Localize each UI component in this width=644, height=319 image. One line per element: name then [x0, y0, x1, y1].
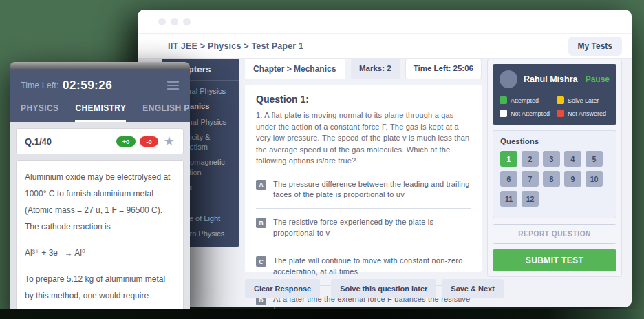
- question-number-11[interactable]: 11: [500, 191, 517, 207]
- mobile-question-card: Aluminium oxide may be electrolysed at 1…: [16, 160, 184, 319]
- window-control-dot[interactable]: [171, 18, 178, 25]
- question-number-12[interactable]: 12: [522, 191, 539, 207]
- question-topbar: Chapter > Mechanics Marks: 2 Time Left: …: [245, 59, 482, 79]
- questions-card: Questions 1 2 3 4 5 6 7 8 9 10 11 12: [493, 130, 616, 218]
- avatar: [500, 70, 517, 88]
- option-c-badge: C: [256, 256, 266, 267]
- legend-not-attempted: Not Attempted: [500, 110, 552, 117]
- browser-header: IIT JEE > Physics > Test Paper 1 My Test…: [138, 33, 632, 59]
- mobile-question-text: Aluminium oxide may be electrolysed at 1…: [25, 169, 175, 235]
- option-a[interactable]: A The pressure difference between the le…: [256, 175, 471, 209]
- window-control-dot[interactable]: [183, 18, 191, 25]
- window-control-dot[interactable]: [158, 18, 166, 25]
- mobile-time-left-label: Time Left:: [21, 81, 58, 90]
- option-a-badge: A: [256, 180, 266, 190]
- mobile-overlay-window: Time Left: 02:59:26 PHYSICS CHEMISTRY EN…: [10, 62, 190, 319]
- pause-button[interactable]: Pause: [586, 74, 610, 84]
- question-number-5[interactable]: 5: [586, 151, 603, 167]
- positive-marks-badge: +0: [116, 136, 136, 147]
- browser-titlebar: [138, 10, 632, 33]
- page-background: IIT JEE > Physics > Test Paper 1 My Test…: [0, 0, 644, 319]
- time-left-badge: Time Left: 25:06: [405, 59, 482, 79]
- mobile-question-text-2: To prepare 5.12 kg of aluminium metal by…: [25, 271, 175, 304]
- tablet-bezel: [10, 62, 190, 70]
- mobile-time-left-value: 02:59:26: [63, 79, 112, 92]
- mobile-question-header: Q.1/40 +0 -0 ★: [16, 128, 184, 154]
- equation-text: Al³⁺ + 3e⁻ → Al⁰: [25, 245, 175, 261]
- menu-icon[interactable]: [167, 79, 179, 92]
- legend-not-answered: Not Answered: [557, 110, 610, 117]
- save-next-button[interactable]: Save & Next: [442, 279, 504, 298]
- subject-tabs: PHYSICS CHEMISTRY ENGLISH PROFICIENCY: [10, 95, 190, 122]
- option-b-text: The resistive force experienced by the p…: [273, 217, 471, 239]
- question-area: Chapter > Mechanics Marks: 2 Time Left: …: [245, 59, 482, 298]
- question-number-3[interactable]: 3: [543, 151, 560, 167]
- question-text: 1. A flat plate is moving normal to its …: [256, 110, 471, 167]
- question-number-4[interactable]: 4: [564, 151, 581, 167]
- tab-physics[interactable]: PHYSICS: [21, 103, 58, 122]
- question-actions: Clear Response Solve this question later…: [245, 279, 482, 298]
- attempted-swatch: [500, 96, 507, 104]
- option-a-text: The pressure difference between the lead…: [273, 179, 471, 201]
- mobile-question-area: Q.1/40 +0 -0 ★ Aluminium oxide may be el…: [10, 122, 190, 319]
- submit-test-button[interactable]: SUBMIT TEST: [493, 249, 616, 271]
- question-number-6[interactable]: 6: [500, 171, 517, 187]
- marks-badge: Marks: 2: [351, 59, 400, 79]
- chapter-breadcrumb: Chapter > Mechanics: [245, 59, 345, 79]
- question-number-2[interactable]: 2: [522, 151, 539, 167]
- question-number-9[interactable]: 9: [564, 171, 581, 187]
- question-number-7[interactable]: 7: [522, 171, 539, 187]
- option-b[interactable]: B The resistive force experienced by the…: [256, 213, 471, 247]
- solve-later-button[interactable]: Solve this question later: [331, 279, 436, 298]
- question-card: Question 1: 1. A flat plate is moving no…: [245, 85, 482, 272]
- option-b-badge: B: [256, 218, 266, 228]
- status-panel: Rahul Mishra Pause Attempted Solve Later: [487, 59, 622, 277]
- user-card: Rahul Mishra Pause Attempted Solve Later: [493, 64, 616, 125]
- status-legend: Attempted Solve Later Not Attempted: [500, 96, 610, 117]
- question-title: Question 1:: [256, 94, 471, 105]
- breadcrumb: IIT JEE > Physics > Test Paper 1: [168, 41, 303, 51]
- question-number-8[interactable]: 8: [543, 171, 560, 187]
- clear-response-button[interactable]: Clear Response: [245, 279, 320, 298]
- question-number-10[interactable]: 10: [586, 171, 603, 187]
- legend-solve-later: Solve Later: [557, 96, 610, 104]
- option-c-text: The plate will continue to move with con…: [273, 256, 471, 278]
- browser-window: IIT JEE > Physics > Test Paper 1 My Test…: [138, 10, 632, 307]
- questions-title: Questions: [500, 137, 609, 145]
- tab-chemistry[interactable]: CHEMISTRY: [75, 103, 126, 122]
- test-content-area: Chapters General Physics Mechanics Therm…: [138, 59, 632, 307]
- not-attempted-swatch: [500, 110, 507, 117]
- report-question-button[interactable]: REPORT QUESTION: [493, 224, 616, 244]
- my-tests-button[interactable]: My Tests: [568, 37, 622, 56]
- bookmark-star-icon[interactable]: ★: [164, 135, 175, 147]
- question-number-1[interactable]: 1: [500, 151, 517, 167]
- question-number-grid: 1 2 3 4 5 6 7 8 9 10 11 12: [500, 151, 609, 207]
- floor-shadow: [0, 309, 644, 319]
- negative-marks-badge: -0: [140, 136, 158, 147]
- question-counter: Q.1/40: [25, 136, 52, 147]
- tab-english-proficiency[interactable]: ENGLISH PROFICIENCY: [142, 103, 190, 122]
- mobile-header: Time Left: 02:59:26: [10, 70, 190, 95]
- not-answered-swatch: [557, 110, 564, 117]
- solve-later-swatch: [557, 96, 564, 104]
- user-name: Rahul Mishra: [524, 74, 578, 84]
- legend-attempted: Attempted: [500, 96, 552, 104]
